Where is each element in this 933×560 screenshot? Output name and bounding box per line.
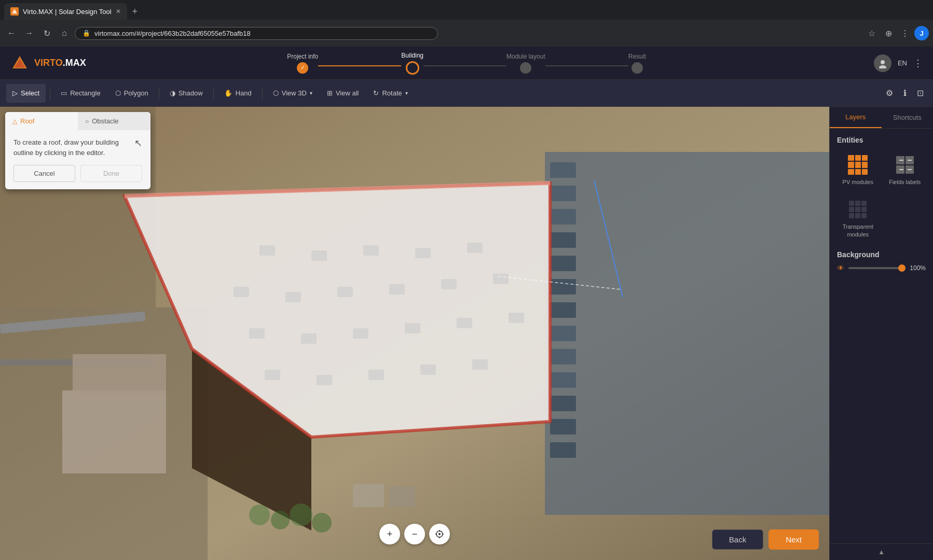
step-3-circle — [520, 62, 531, 74]
browser-actions: ☆ ⊕ ⋮ J — [865, 26, 929, 40]
bookmark-button[interactable]: ☆ — [865, 26, 879, 40]
next-button[interactable]: Next — [769, 529, 819, 550]
hand-tool-button[interactable]: ✋ Hand — [218, 84, 258, 103]
transparent-modules-icon — [847, 199, 868, 220]
settings-icon-button[interactable]: ⚙ — [883, 85, 896, 101]
visibility-icon[interactable]: 👁 — [837, 264, 844, 272]
reset-view-button[interactable] — [429, 524, 450, 544]
fields-labels-entity[interactable]: Fields labels — [884, 150, 926, 190]
forward-nav-button[interactable]: → — [22, 26, 36, 40]
extensions-button[interactable]: ⊕ — [881, 26, 896, 40]
svg-rect-51 — [73, 354, 166, 396]
main-content: △ Roof ○ Obstacle To create a roof, draw… — [0, 107, 933, 560]
svg-rect-12 — [550, 186, 576, 201]
language-selector[interactable]: EN — [898, 59, 907, 67]
svg-rect-10 — [545, 152, 829, 515]
viewall-icon: ⊞ — [327, 89, 333, 97]
step-building: Building — [401, 52, 423, 75]
header-menu-button[interactable]: ⋮ — [913, 58, 923, 69]
polygon-icon: ⬡ — [115, 89, 121, 97]
viewall-button[interactable]: ⊞ View all — [321, 84, 365, 103]
toolbar-separator-2 — [159, 87, 159, 100]
svg-rect-13 — [550, 209, 576, 225]
svg-rect-81 — [855, 213, 860, 218]
obstacle-tab[interactable]: ○ Obstacle — [78, 112, 150, 130]
app-header: VIRTO.MAX Project info ✓ Building — [0, 47, 933, 80]
right-panel-content: Entities — [830, 129, 933, 543]
step-line-2 — [423, 65, 506, 66]
svg-rect-31 — [467, 243, 483, 253]
tab-close-button[interactable]: ✕ — [116, 8, 121, 15]
svg-rect-45 — [317, 375, 332, 385]
tab-favicon — [10, 7, 19, 16]
new-tab-button[interactable]: + — [129, 6, 141, 17]
pv-modules-label: PV modules — [843, 178, 873, 186]
background-title: Background — [837, 250, 926, 259]
collapse-button[interactable]: ▲ — [830, 543, 933, 560]
background-section: Background 👁 100% — [837, 250, 926, 272]
transparent-modules-entity[interactable]: Transparent modules — [837, 195, 879, 242]
svg-rect-23 — [550, 442, 576, 458]
back-nav-button[interactable]: ← — [4, 26, 19, 40]
rotate-button[interactable]: ↻ Rotate ▾ — [367, 84, 414, 103]
shortcuts-tab[interactable]: Shortcuts — [882, 107, 934, 128]
pv-modules-entity[interactable]: PV modules — [837, 150, 879, 190]
toolbar-separator-3 — [213, 87, 214, 100]
zoom-out-button[interactable]: − — [404, 524, 425, 544]
svg-rect-48 — [472, 359, 488, 370]
step-line-3 — [545, 65, 628, 66]
map-controls: + − — [379, 524, 450, 544]
collapse-icon: ▲ — [878, 548, 885, 556]
layers-tab[interactable]: Layers — [830, 107, 882, 128]
view3d-icon: ⬡ — [273, 89, 279, 97]
pv-modules-icon — [847, 155, 868, 175]
profile-button[interactable]: J — [914, 26, 929, 40]
svg-rect-19 — [550, 349, 576, 365]
logo-text: VIRTO.MAX — [34, 58, 86, 68]
view3d-button[interactable]: ⬡ View 3D ▾ — [267, 84, 319, 103]
opacity-slider[interactable] — [848, 267, 905, 269]
svg-rect-40 — [353, 328, 368, 339]
address-bar[interactable]: 🔒 virtomax.com/#/project/663b2b2daf65055… — [75, 27, 438, 40]
view3d-chevron: ▾ — [310, 90, 312, 96]
panel-tabs: △ Roof ○ Obstacle — [5, 112, 150, 130]
zoom-in-button[interactable]: + — [379, 524, 400, 544]
settings-button[interactable]: ⋮ — [898, 26, 912, 40]
home-button[interactable]: ⌂ — [57, 26, 72, 40]
svg-point-3 — [881, 60, 885, 64]
entities-section-title: Entities — [837, 136, 926, 144]
roof-tab[interactable]: △ Roof — [5, 112, 78, 130]
polygon-tool-button[interactable]: ⬡ Polygon — [109, 84, 155, 103]
svg-rect-42 — [457, 318, 472, 328]
url-text: virtomax.com/#/project/663b2b2daf65055e5… — [94, 30, 251, 37]
step-3-label: Module layout — [506, 53, 545, 60]
opacity-thumb — [898, 264, 905, 272]
svg-rect-36 — [441, 279, 457, 289]
svg-rect-79 — [861, 207, 867, 212]
svg-rect-33 — [285, 292, 301, 302]
user-avatar[interactable] — [874, 54, 891, 72]
floating-panel: △ Roof ○ Obstacle To create a roof, draw… — [5, 112, 150, 189]
svg-rect-46 — [368, 370, 384, 380]
step-module-layout: Module layout — [506, 53, 545, 74]
svg-rect-28 — [311, 250, 327, 261]
active-tab[interactable]: Virto.MAX | Solar Design Tool ✕ — [4, 3, 127, 20]
viewall-label: View all — [336, 89, 359, 97]
pv-cell — [848, 162, 854, 167]
select-tool-button[interactable]: ▷ Select — [6, 84, 46, 103]
svg-rect-44 — [265, 370, 280, 380]
back-button[interactable]: Back — [712, 529, 763, 550]
map-area[interactable]: △ Roof ○ Obstacle To create a roof, draw… — [0, 107, 829, 560]
header-right: EN ⋮ — [840, 54, 923, 72]
rectangle-tool-button[interactable]: ▭ Rectangle — [54, 84, 107, 103]
shadow-tool-button[interactable]: ◑ Shadow — [163, 84, 209, 103]
reload-button[interactable]: ↻ — [39, 26, 54, 40]
cancel-button[interactable]: Cancel — [13, 165, 75, 182]
logo-area: VIRTO.MAX — [10, 54, 93, 73]
svg-rect-59 — [389, 486, 415, 507]
layout-icon-button[interactable]: ⊡ — [914, 85, 927, 101]
info-icon-button[interactable]: ℹ — [900, 85, 910, 101]
right-panel: Layers Shortcuts Entities — [829, 107, 933, 560]
view3d-label: View 3D — [282, 89, 307, 97]
obstacle-tab-icon: ○ — [85, 118, 89, 125]
